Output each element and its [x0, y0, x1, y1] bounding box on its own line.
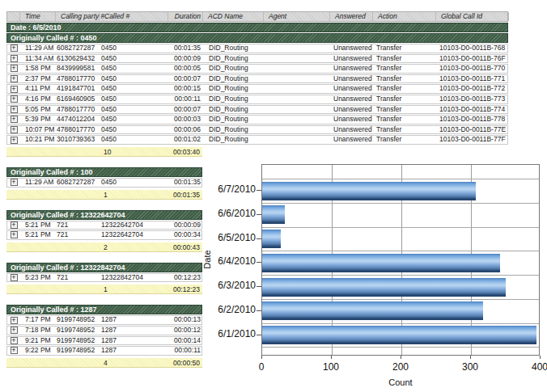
summary-spacer: [19, 190, 55, 200]
cell-called: 12322642704: [100, 221, 168, 230]
cell-action: Transfer: [373, 85, 436, 93]
expand-cell: +: [7, 116, 20, 123]
expand-cell: +: [7, 179, 20, 186]
y-axis-tick: [257, 190, 261, 191]
call-report-page: TimeCalling party #Called #DurationACD N…: [0, 0, 547, 392]
expand-row-icon[interactable]: +: [11, 116, 18, 123]
cell-global: 10103-D0-0011B-770: [436, 65, 509, 73]
x-axis-tick: [261, 356, 262, 359]
cell-duration: 00:01:35: [168, 179, 203, 187]
x-axis-tick-label: 400: [522, 361, 547, 373]
cell-duration: 00:00:14: [168, 337, 203, 345]
cell-called: 0450: [100, 95, 168, 103]
chart-gridline-horizontal: [262, 179, 539, 179]
expand-row-icon[interactable]: +: [11, 337, 18, 344]
expand-row-icon[interactable]: +: [11, 95, 18, 103]
cell-global: 10103-D0-0011B-76F: [436, 55, 509, 63]
cell-called: 1287: [100, 337, 168, 345]
summary-spacer: [55, 147, 99, 157]
cell-action: Transfer: [373, 136, 436, 144]
chart-gridline-horizontal: [262, 347, 539, 348]
table-row: +7:17 PM9199748952128700:00:13: [6, 315, 202, 325]
expand-column-header: [7, 12, 20, 21]
expand-row-icon[interactable]: +: [11, 65, 18, 72]
expand-row-icon[interactable]: +: [11, 347, 18, 354]
expand-row-icon[interactable]: +: [11, 137, 18, 144]
expand-cell: +: [7, 347, 20, 354]
expand-row-icon[interactable]: +: [11, 274, 18, 281]
cell-calling: 6169460905: [56, 95, 100, 103]
summary-spacer: [55, 358, 99, 368]
cell-acd: DID_Routing: [203, 126, 264, 134]
cell-time: 5:23 PM: [20, 274, 56, 282]
x-axis-tick-label: 200: [383, 361, 418, 373]
chart-bar: [262, 326, 536, 344]
cell-calling: 8439999581: [56, 65, 100, 73]
cell-time: 10:21 PM: [20, 136, 56, 144]
cell-acd: DID_Routing: [203, 85, 264, 93]
cell-calling: 9199748952: [56, 327, 100, 335]
x-axis-tick-label: 100: [313, 361, 349, 373]
y-axis-tick: [257, 310, 261, 311]
cell-answered: Unanswered: [330, 55, 373, 63]
cell-global: 10103-D0-0011B-774: [436, 106, 509, 114]
y-axis-tick-label: 6/2/2010: [209, 304, 256, 316]
expand-row-icon[interactable]: +: [11, 179, 18, 186]
cell-time: 11:34 AM: [20, 55, 56, 63]
cell-answered: Unanswered: [330, 65, 373, 73]
cell-called: 0450: [100, 126, 168, 134]
table-row: +5:23 PM7211232284270400:12:23: [6, 273, 202, 283]
chart-gridline-horizontal: [262, 203, 539, 204]
y-axis-tick-label: 6/4/2010: [209, 255, 256, 268]
cell-action: Transfer: [373, 126, 436, 134]
expand-cell: +: [7, 75, 20, 82]
expand-row-icon[interactable]: +: [11, 327, 18, 334]
cell-calling: 4788017770: [56, 75, 100, 83]
expand-row-icon[interactable]: +: [11, 221, 18, 229]
table-row: +10:07 PM4788017770045000:00:06DID_Routi…: [6, 125, 508, 135]
summary-duration: 00:00:50: [167, 358, 202, 368]
y-axis-tick: [257, 214, 261, 215]
date-group-header: Date : 6/5/2010: [6, 23, 508, 32]
expand-row-icon[interactable]: +: [11, 55, 18, 62]
summary-spacer: [6, 242, 19, 252]
cell-global: 10103-D0-0011B-772: [436, 85, 509, 93]
table-row: +5:05 PM4788017770045000:00:07DID_Routin…: [6, 105, 508, 115]
summary-duration: 00:01:35: [167, 190, 202, 200]
cell-called: 0450: [100, 106, 168, 114]
cell-duration: 00:00:09: [168, 55, 203, 63]
cell-called: 0450: [100, 75, 168, 83]
table-row: +9:22 PM9199748952128700:00:11: [6, 346, 202, 356]
summary-spacer: [55, 242, 99, 252]
expand-row-icon[interactable]: +: [11, 231, 18, 238]
summary-duration: 00:03:40: [167, 147, 202, 157]
chart-bar: [262, 182, 476, 200]
summary-count: 1: [99, 285, 167, 294]
expand-cell: +: [7, 126, 20, 133]
expand-cell: +: [7, 221, 20, 229]
cell-calling: 4788017770: [56, 126, 100, 134]
cell-time: 9:22 PM: [20, 347, 56, 355]
expand-row-icon[interactable]: +: [11, 126, 18, 133]
cell-action: Transfer: [373, 55, 436, 63]
column-header-global: Global Call Id: [436, 12, 509, 21]
table-row: +5:21 PM7211232264270400:00:09: [6, 221, 202, 230]
cell-answered: Unanswered: [330, 85, 373, 93]
summary-spacer: [55, 190, 99, 200]
expand-row-icon[interactable]: +: [11, 317, 18, 324]
y-axis-tick: [257, 335, 261, 335]
expand-row-icon[interactable]: +: [11, 75, 18, 82]
cell-calling: 721: [56, 231, 100, 239]
column-header-answered: Answered: [330, 12, 373, 21]
summary-duration: 00:12:23: [167, 285, 202, 294]
expand-row-icon[interactable]: +: [11, 86, 18, 93]
expand-row-icon[interactable]: +: [11, 44, 18, 52]
expand-cell: +: [7, 106, 20, 113]
cell-time: 1:58 PM: [20, 65, 56, 73]
expand-cell: +: [7, 95, 20, 103]
table-row: +11:29 AM6082727287045000:01:35DID_Routi…: [6, 44, 508, 53]
expand-row-icon[interactable]: +: [11, 106, 18, 113]
cell-calling: 6082727287: [56, 44, 100, 53]
cell-time: 10:07 PM: [20, 126, 56, 134]
group-summary-row: 1000:03:40: [6, 147, 202, 157]
